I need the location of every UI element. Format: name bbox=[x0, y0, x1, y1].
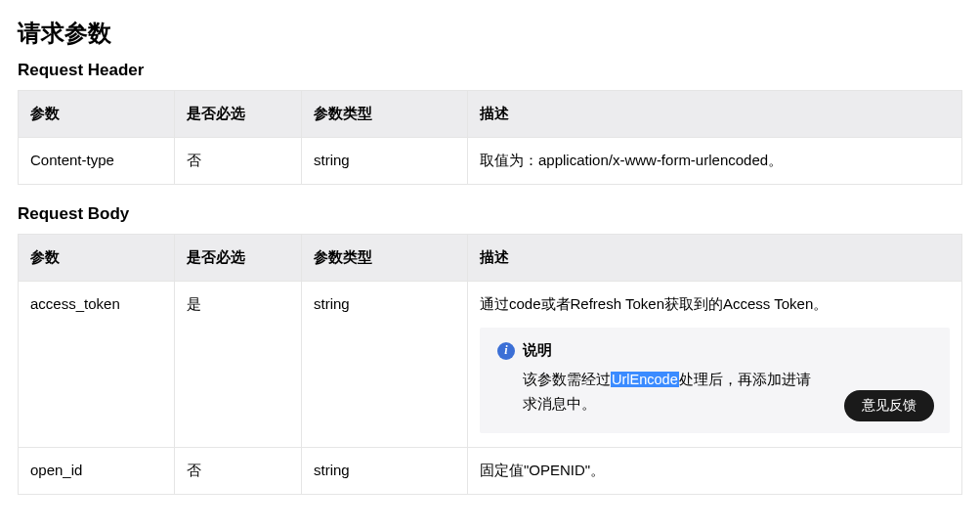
request-body-table: 参数 是否必选 参数类型 描述 access_token 是 string 通过… bbox=[18, 234, 962, 495]
th-desc: 描述 bbox=[468, 91, 962, 138]
cell-type: string bbox=[302, 138, 468, 185]
cell-param: access_token bbox=[19, 282, 175, 448]
cell-desc: 固定值"OPENID"。 bbox=[468, 448, 962, 495]
table-row: open_id 否 string 固定值"OPENID"。 bbox=[19, 448, 962, 495]
info-icon: i bbox=[497, 342, 515, 360]
th-type: 参数类型 bbox=[302, 235, 468, 282]
table-row: Content-type 否 string 取值为：application/x-… bbox=[19, 138, 962, 185]
page-title: 请求参数 bbox=[18, 18, 962, 49]
feedback-button[interactable]: 意见反馈 bbox=[844, 390, 934, 421]
cell-desc: 取值为：application/x-www-form-urlencoded。 bbox=[468, 138, 962, 185]
cell-param: open_id bbox=[19, 448, 175, 495]
request-header-table: 参数 是否必选 参数类型 描述 Content-type 否 string 取值… bbox=[18, 90, 962, 185]
note-label: 说明 bbox=[523, 341, 552, 360]
th-required: 是否必选 bbox=[175, 235, 302, 282]
th-param: 参数 bbox=[19, 91, 175, 138]
request-body-title: Request Body bbox=[18, 204, 962, 224]
cell-type: string bbox=[302, 448, 468, 495]
cell-desc: 通过code或者Refresh Token获取到的Access Token。 i… bbox=[468, 282, 962, 448]
cell-required: 否 bbox=[175, 138, 302, 185]
note-header: i 说明 bbox=[497, 341, 932, 360]
th-type: 参数类型 bbox=[302, 91, 468, 138]
note-highlight: UrlEncode bbox=[611, 372, 679, 387]
cell-param: Content-type bbox=[19, 138, 175, 185]
th-param: 参数 bbox=[19, 235, 175, 282]
th-required: 是否必选 bbox=[175, 91, 302, 138]
cell-required: 否 bbox=[175, 448, 302, 495]
table-row: access_token 是 string 通过code或者Refresh To… bbox=[19, 282, 962, 448]
th-desc: 描述 bbox=[468, 235, 962, 282]
cell-type: string bbox=[302, 282, 468, 448]
desc-text: 通过code或者Refresh Token获取到的Access Token。 bbox=[480, 295, 828, 312]
cell-required: 是 bbox=[175, 282, 302, 448]
note-text-before: 该参数需经过 bbox=[523, 372, 611, 387]
note-box: i 说明 该参数需经过UrlEncode处理后，再添加进请求消息中。 意见反馈 bbox=[480, 328, 950, 433]
request-header-title: Request Header bbox=[18, 61, 962, 80]
